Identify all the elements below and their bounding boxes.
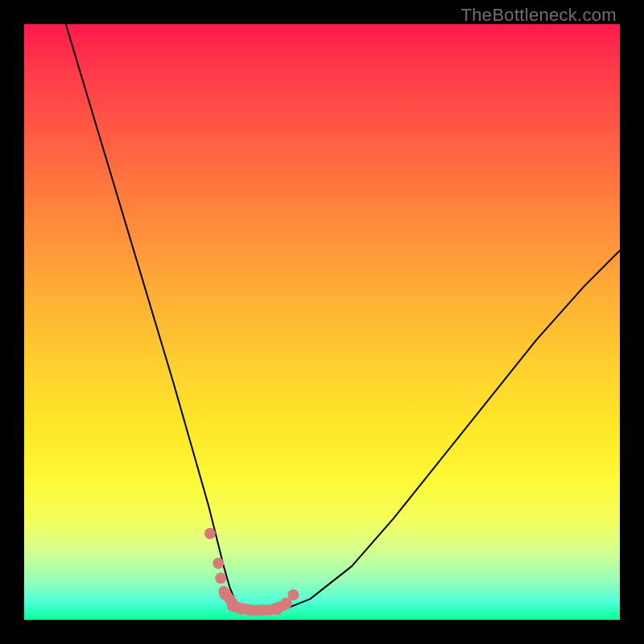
watermark-text: TheBottleneck.com: [461, 5, 617, 26]
plot-area: [24, 24, 620, 620]
marker-point: [204, 528, 216, 539]
chart-frame: TheBottleneck.com: [0, 0, 644, 644]
bottleneck-curve: [66, 24, 620, 611]
bottleneck-chart-svg: [24, 24, 620, 620]
marker-point: [213, 558, 224, 569]
marker-point: [215, 572, 226, 584]
marker-point: [287, 589, 299, 601]
